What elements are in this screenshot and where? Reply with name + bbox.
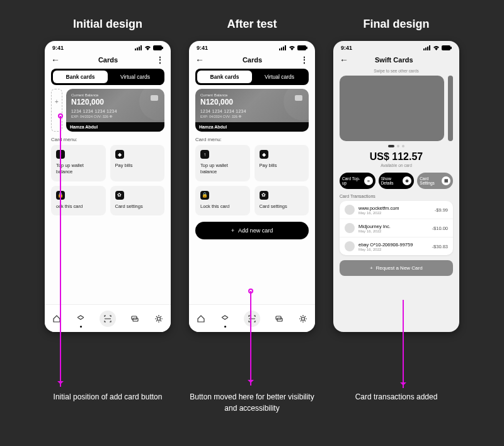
phone-initial: 9:41 ← Cards ⋮ Bank cards Virtual cards	[45, 41, 171, 332]
merchant-name: ebay O*10-206908-99759	[358, 242, 428, 248]
tile-label: Card settings	[115, 203, 160, 210]
balance-value: N120,000	[71, 98, 159, 106]
svg-rect-10	[281, 48, 282, 51]
available-label: Available on card	[340, 163, 453, 168]
bottom-nav	[45, 304, 171, 332]
paybills-icon: ◆	[115, 150, 124, 159]
balance-label: Current Balance	[200, 93, 304, 97]
nav-scan-icon[interactable]	[100, 311, 116, 327]
request-new-card-button[interactable]: + Request a New Card	[340, 260, 453, 276]
page-title: Swift Cards	[375, 56, 413, 64]
action-label: Card Top-up	[342, 176, 362, 185]
column-final: Final design 9:41 ← Swift Cards Swipe to…	[333, 13, 459, 414]
content-area: + Current Balance N120,000 1234 1234 123…	[45, 89, 171, 304]
tile-label: ock this card	[56, 203, 101, 210]
nav-wallet-icon[interactable]	[76, 314, 86, 324]
signal-icon	[279, 45, 287, 50]
svg-rect-18	[423, 49, 425, 50]
tile-label: Top up wallet balance	[200, 163, 245, 175]
tile-label: Top up wallet balance	[56, 163, 101, 175]
transaction-row[interactable]: ebay O*10-206908-99759 May 16, 2022 -$30…	[340, 237, 453, 255]
nav-home-icon[interactable]	[52, 314, 62, 324]
card-menu-label: Card menu:	[195, 137, 309, 142]
phone-after: 9:41 ← Cards ⋮ Bank cards Virtual cards	[189, 41, 315, 332]
kebab-menu[interactable]: ⋮	[301, 55, 309, 64]
action-details[interactable]: Show Details ◉	[379, 173, 415, 189]
transaction-date: May 16, 2022	[358, 229, 428, 233]
gear-icon: ✿	[260, 191, 268, 200]
status-icons	[423, 45, 452, 50]
tab-bank-cards[interactable]: Bank cards	[53, 71, 108, 83]
topup-icon: ↑	[56, 150, 65, 159]
action-settings[interactable]: Card Settings ▦	[417, 173, 453, 189]
column-title: Initial design	[73, 18, 142, 31]
tile-settings[interactable]: ✿ Card settings	[110, 186, 165, 216]
card-carousel[interactable]	[340, 76, 453, 141]
svg-rect-13	[297, 45, 306, 50]
dot	[397, 145, 399, 147]
credit-card[interactable]: Current Balance N120,000 1234 1234 1234 …	[195, 89, 309, 132]
page-title: Cards	[98, 56, 118, 64]
add-new-card-button[interactable]: + Add new card	[195, 222, 309, 239]
credit-card[interactable]: Current Balance N120,000 1234 1234 1234 …	[66, 89, 164, 132]
svg-rect-4	[153, 45, 162, 50]
action-topup[interactable]: Card Top-up ≡	[340, 173, 375, 189]
card-preview[interactable]	[340, 76, 444, 141]
back-button[interactable]: ←	[51, 55, 60, 65]
nav-settings-icon[interactable]	[154, 314, 164, 324]
svg-point-17	[302, 317, 305, 320]
wifi-icon	[433, 45, 440, 50]
card-number: 1234 1234 1234 1234	[71, 109, 159, 113]
balance-label: Current Balance	[71, 93, 159, 97]
battery-icon	[297, 45, 307, 50]
topup-icon: ≡	[364, 176, 373, 185]
tab-virtual-cards[interactable]: Virtual cards	[108, 71, 163, 83]
annotation-caption: Card transactions added	[355, 391, 438, 403]
nav-home-icon[interactable]	[196, 314, 206, 324]
svg-rect-20	[427, 47, 428, 50]
next-card-peek[interactable]	[448, 76, 453, 141]
svg-rect-19	[425, 48, 427, 51]
status-bar: 9:41	[45, 41, 171, 52]
tile-settings[interactable]: ✿ Card settings	[255, 186, 309, 216]
nav-wallet-icon[interactable]	[220, 314, 230, 324]
tab-virtual-cards[interactable]: Virtual cards	[252, 71, 307, 83]
transaction-row[interactable]: Midjourney Inc. May 16, 2022 -$10.00	[340, 219, 453, 237]
status-bar: 9:41	[189, 41, 315, 52]
tile-paybills[interactable]: ◆ Pay bills	[110, 145, 165, 181]
eye-icon: ◉	[403, 176, 411, 185]
merchant-name: www.pocketfm.com	[358, 205, 431, 211]
status-time: 9:41	[341, 45, 352, 51]
nav-cards-icon[interactable]	[130, 314, 140, 324]
plus-icon: +	[55, 98, 59, 105]
svg-rect-9	[279, 49, 280, 50]
card-type-tabs: Bank cards Virtual cards	[51, 69, 164, 85]
transactions-list: www.pocketfm.com May 16, 2022 -$9.99 Mid…	[340, 201, 453, 255]
merchant-name: Midjourney Inc.	[358, 224, 428, 229]
tab-bank-cards[interactable]: Bank cards	[197, 71, 252, 83]
card-chip-icon	[151, 95, 158, 101]
transaction-date: May 16, 2022	[358, 248, 428, 251]
merchant-avatar	[345, 241, 355, 251]
svg-rect-3	[140, 45, 142, 50]
kebab-menu[interactable]: ⋮	[156, 55, 164, 64]
transaction-row[interactable]: www.pocketfm.com May 16, 2022 -$9.99	[340, 201, 453, 219]
tile-lock[interactable]: 🔒 Lock this card	[195, 186, 250, 216]
back-button[interactable]: ←	[340, 55, 348, 65]
back-button[interactable]: ←	[195, 55, 204, 65]
transaction-amount: -$10.00	[432, 226, 448, 231]
signal-icon	[135, 45, 142, 50]
add-card-ghost-slot[interactable]: +	[51, 89, 62, 132]
status-bar: 9:41	[333, 41, 459, 52]
nav-scan-icon[interactable]	[244, 311, 260, 327]
signal-icon	[423, 45, 431, 50]
tile-lock[interactable]: 🔒 ock this card	[51, 186, 106, 216]
status-time: 9:41	[52, 45, 64, 51]
tile-topup[interactable]: ↑ Top up wallet balance	[51, 145, 106, 181]
nav-cards-icon[interactable]	[274, 314, 284, 324]
nav-settings-icon[interactable]	[298, 314, 308, 324]
phone-final: 9:41 ← Swift Cards Swipe to see other ca…	[333, 41, 459, 332]
tile-paybills[interactable]: ◆ Pay bills	[255, 145, 309, 181]
dot-active	[388, 145, 394, 147]
tile-topup[interactable]: ↑ Top up wallet balance	[195, 145, 250, 181]
